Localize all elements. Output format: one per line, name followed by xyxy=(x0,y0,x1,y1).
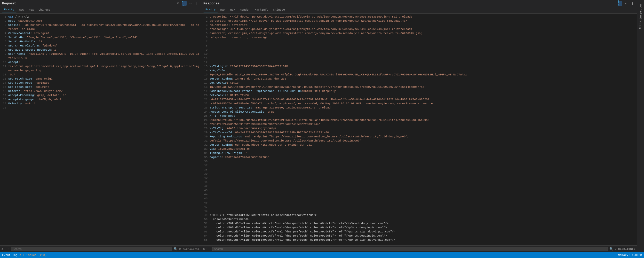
tab-response-chinese[interactable]: Chinese xyxy=(271,7,287,12)
resp-more-icon[interactable]: ⋮ xyxy=(630,1,635,6)
response-line: 54 color:#569cd6"><link color:#9cdcfe">r… xyxy=(201,234,637,238)
response-line: 34Timing-Allow-Origin: * xyxy=(201,151,637,155)
tab-response-hex[interactable]: Hex xyxy=(228,7,237,12)
pretty-icon[interactable]: { } xyxy=(182,1,187,6)
response-line: 181N7CpxsUak-w2DCjocnxMJVod8Y47PRAIKomvP… xyxy=(201,85,637,89)
request-forward-icon[interactable]: → xyxy=(7,247,9,251)
resp-wrap-icon[interactable]: ↵ xyxy=(624,1,629,6)
response-back-icon[interactable]: ← xyxy=(206,247,208,251)
request-line: 20 xyxy=(0,106,201,110)
response-line: 46 xyxy=(201,201,637,205)
request-line: 17Accept-Encoding: gzip, deflate, br xyxy=(0,93,201,97)
response-tabs: Pretty Raw Hex Render MarkInfo Chinese xyxy=(203,7,287,12)
request-line: 2Host: www.douyin.com xyxy=(0,19,201,23)
response-line: 30Reporting-Endpoints: main-endpoint="ht… xyxy=(201,135,637,139)
tab-response-render[interactable]: Render xyxy=(238,7,252,12)
request-highlights: 0 highlights xyxy=(179,247,200,251)
tab-response-markinfo[interactable]: MarkInfo xyxy=(253,7,271,12)
issues-label[interactable]: All issues (238) xyxy=(19,254,47,257)
request-line: 3Cookie: __ac_nonce=06767b34d08023feaa55… xyxy=(0,23,201,31)
wrap-icon[interactable]: ↵ xyxy=(188,1,193,6)
response-title: Response xyxy=(203,1,219,6)
request-line: 6Sec-Ch-Ua-Mobile: ?0 xyxy=(0,40,201,44)
bottom-left: Event log All issues (238) xyxy=(2,254,47,257)
response-line: 45 xyxy=(201,197,637,201)
tab-response-raw[interactable]: Raw xyxy=(218,7,228,12)
request-line: 5Sec-Ch-Ua: "Google Chrome";v="131", "Ch… xyxy=(0,35,201,40)
response-line: 53 color:#569cd6"><link color:#9cdcfe">r… xyxy=(201,230,637,234)
response-line: 29X-Tt-Trace-Id: 00-24122214360384C3882F… xyxy=(201,130,637,135)
bottom-bar: Event log All issues (238) Memory: 1.09G… xyxy=(0,252,644,258)
main-content: Request ⊘ { } ↵ ⋮ Pretty Raw Hex Chinese… xyxy=(0,0,644,252)
request-back-icon[interactable]: ← xyxy=(4,247,6,251)
response-line: 22bc9f740455574caef48ba6edf505a72; path=… xyxy=(201,101,637,106)
request-line: 9User-Agent: Mozilla/5.0 (Windows NT 10.… xyxy=(0,52,201,60)
response-line: 55 color:#569cd6"><link color:#9cdcfe">r… xyxy=(201,238,637,242)
response-line: 8 xyxy=(201,44,637,48)
response-line: 24Access-Control-Allow-Credentials: true xyxy=(201,110,637,114)
response-forward-icon[interactable]: → xyxy=(209,247,210,251)
request-search-bar: ⚙ ← → 🔍 0 highlights xyxy=(0,245,201,252)
response-line: 5as=script; crossorigin,<//lf-douyin-pc-… xyxy=(201,31,637,35)
request-content: 1GET / HTTP/22Host: www.douyin.com3Cooki… xyxy=(0,14,201,245)
more-icon[interactable]: ⋮ xyxy=(194,1,199,6)
request-search-glass[interactable]: 🔍 xyxy=(174,247,178,251)
response-line: 36 xyxy=(201,159,637,163)
request-line: 1GET / HTTP/2 xyxy=(0,15,201,19)
tab-request-chinese[interactable]: Chinese xyxy=(36,7,52,12)
response-line: 16Server-Timing: inner; dur=248,tt_agw; … xyxy=(201,77,637,81)
tab-response-pretty[interactable]: Pretty xyxy=(203,7,218,12)
response-line: 19Domain=douyin.com; Path=/; Expires=Wed… xyxy=(201,89,637,93)
tab-request-pretty[interactable]: Pretty xyxy=(2,7,17,12)
response-line: 49<!DOCTYPE html>color:#569cd6"><html co… xyxy=(201,213,637,217)
filter-icon[interactable]: ⊘ xyxy=(176,1,180,6)
request-title: Request xyxy=(2,1,16,6)
response-line: 11 xyxy=(201,56,637,60)
request-search-icons: ⚙ ← → xyxy=(2,247,9,251)
response-line: 31default="https://mon.zijieapi.com/moni… xyxy=(201,139,637,143)
response-line: 21c4a29131752d59acb78af076c3dbdd52744118… xyxy=(201,97,637,101)
response-line: 42 xyxy=(201,184,637,188)
response-line: 10 xyxy=(201,52,637,56)
response-line: 27c2c84f952b75dec5069161fd2982ba4b92e39a… xyxy=(201,122,637,126)
tab-request-hex[interactable]: Hex xyxy=(27,7,36,12)
response-line: 35Eagleid: df6fb9ab1734849363613770be xyxy=(201,155,637,159)
request-line: 14Sec-Fetch-Mode: navigate xyxy=(0,81,201,85)
response-line: 33Via: live5.cn7340[281,0] xyxy=(201,147,637,151)
request-line: 7Sec-Ch-Ua-Platform: "Windows" xyxy=(0,44,201,48)
response-line: 13X-Tt-Logid: 20241222143603B4C3882F28A4… xyxy=(201,64,637,68)
response-line: 32Server-Timing: cdn-cache;desc=MISS,edg… xyxy=(201,143,637,147)
response-search-glass[interactable]: 🔍 xyxy=(609,247,613,251)
response-search-input[interactable] xyxy=(212,247,608,251)
inspector-notes-tab[interactable]: Notes xyxy=(639,20,642,30)
event-log-label[interactable]: Event log xyxy=(2,254,17,257)
response-line: 43 xyxy=(201,188,637,192)
response-line: 1crossorigin,<//lf-douyin-pc-web.douyins… xyxy=(201,15,637,19)
response-line: 14X-Ag-Info: xyxy=(201,68,637,73)
request-line: 4Cache-Control: max-age=0 xyxy=(0,31,201,35)
response-content: 1crossorigin,<//lf-douyin-pc-web.douyins… xyxy=(201,14,637,245)
request-tabs: Pretty Raw Hex Chinese xyxy=(2,7,52,12)
request-settings-icon[interactable]: ⚙ xyxy=(2,247,3,251)
resp-pretty-icon[interactable]: { } xyxy=(618,1,622,6)
bottom-right: Memory: 1.09GB xyxy=(618,254,642,257)
response-line: 12 xyxy=(201,60,637,64)
response-line: 51 color:#569cd6"><link color:#9cdcfe">r… xyxy=(201,221,637,225)
inspector-sidebar: Inspector Notes xyxy=(637,0,644,252)
tab-request-raw[interactable]: Raw xyxy=(17,7,26,12)
response-line: 38 xyxy=(201,168,637,172)
response-line: 37 xyxy=(201,163,637,168)
response-tabs-bar: Pretty Raw Hex Render MarkInfo Chinese xyxy=(201,6,637,14)
request-header: Request ⊘ { } ↵ ⋮ xyxy=(0,0,201,6)
response-line: 6rel=preload; as=script; crossorigin xyxy=(201,35,637,40)
response-settings-icon[interactable]: ⚙ xyxy=(203,247,205,251)
response-line: 23Strict-Transport-Security: max-age=315… xyxy=(201,106,637,110)
response-header: Response { } ↵ ⋮ xyxy=(201,0,637,6)
request-search-input[interactable] xyxy=(11,247,172,251)
request-line: 8Upgrade-Insecure-Requests: 1 xyxy=(0,48,201,52)
response-panel: Response { } ↵ ⋮ Pretty Raw Hex Render M… xyxy=(201,0,637,252)
response-line: 4crossorigin,<//lf-douyin-pc-web.douyins… xyxy=(201,27,637,31)
response-search-icons: ⚙ ← → xyxy=(203,247,211,251)
request-line: 10Accept: xyxy=(0,60,201,64)
response-line: 41 xyxy=(201,180,637,184)
